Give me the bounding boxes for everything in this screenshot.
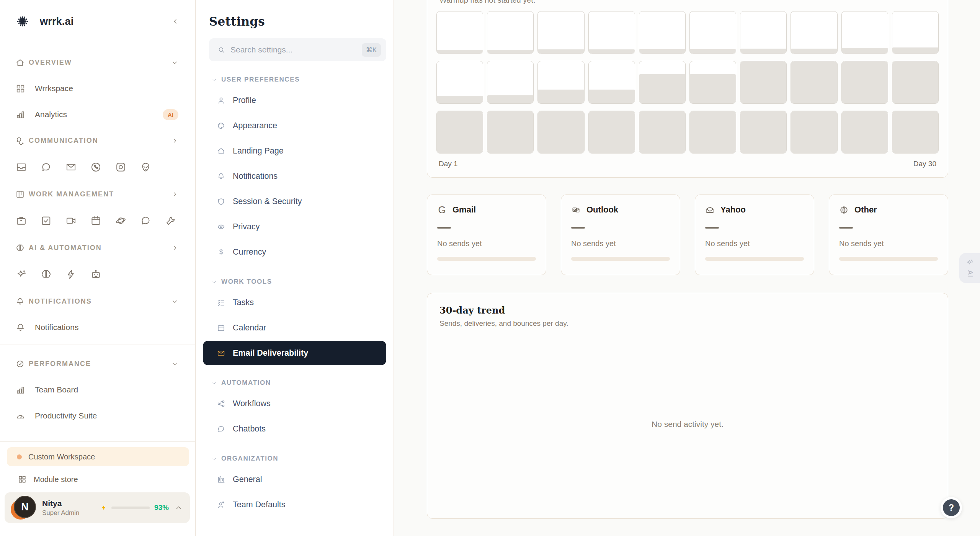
tray-icon[interactable] xyxy=(15,161,27,173)
settings-item-appearance[interactable]: Appearance xyxy=(203,113,386,138)
settings-section-work-tools[interactable]: WORK TOOLS xyxy=(203,274,386,289)
settings-item-team-defaults[interactable]: Team Defaults xyxy=(203,492,386,517)
alien-icon[interactable] xyxy=(140,161,152,173)
help-button[interactable]: ? xyxy=(941,497,962,518)
settings-item-email-deliverability[interactable]: Email Deliverability xyxy=(203,341,386,365)
label: PERFORMANCE xyxy=(29,360,91,368)
sparkles-icon xyxy=(965,258,974,267)
user-card[interactable]: N Nitya Super Admin 93% xyxy=(5,492,190,523)
warmup-day-cell xyxy=(639,111,686,154)
provider-progress-track xyxy=(839,257,938,261)
settings-item-notifications[interactable]: Notifications xyxy=(203,164,386,188)
brain-icon[interactable] xyxy=(40,268,52,280)
provider-status: No sends yet xyxy=(437,239,536,248)
bell-icon xyxy=(15,297,25,306)
module-store-button[interactable]: Module store xyxy=(18,472,190,487)
whatsapp-icon[interactable] xyxy=(90,161,102,173)
warmup-day-fill xyxy=(487,111,533,153)
warmup-day-cell xyxy=(740,11,787,54)
bubble-icon[interactable] xyxy=(140,215,152,227)
provider-card-outlook: OutlookNo sends yet xyxy=(561,194,680,275)
instagram-icon[interactable] xyxy=(115,161,127,173)
chat-double-icon xyxy=(15,136,25,145)
settings-item-tasks[interactable]: Tasks xyxy=(203,290,386,315)
warmup-day-fill xyxy=(487,50,533,54)
ai-tab-label: AI xyxy=(966,270,973,278)
sidebar-item-productivity-suite[interactable]: Productivity Suite xyxy=(0,407,195,425)
bar-chart-icon xyxy=(15,109,26,120)
settings-item-profile[interactable]: Profile xyxy=(203,88,386,113)
warmup-day-fill xyxy=(892,111,938,153)
brain-icon xyxy=(15,243,25,253)
video-icon[interactable] xyxy=(65,215,77,227)
warmup-day-fill xyxy=(791,61,837,103)
provider-dash xyxy=(705,227,719,229)
warmup-day-cell xyxy=(740,111,787,154)
sidebar-section-communication[interactable]: COMMUNICATION xyxy=(0,132,195,149)
settings-section-automation[interactable]: AUTOMATION xyxy=(203,375,386,391)
warmup-day-cell xyxy=(689,11,736,54)
sidebar-collapse-button[interactable] xyxy=(172,18,179,25)
robot-icon[interactable] xyxy=(90,268,102,280)
warmup-day-cell xyxy=(639,11,686,54)
settings-item-landing-page[interactable]: Landing Page xyxy=(203,139,386,163)
envelope-icon[interactable] xyxy=(65,161,77,173)
sidebar-item-analytics[interactable]: AnalyticsAI xyxy=(0,106,195,123)
label: WORK MANAGEMENT xyxy=(29,190,114,198)
target-icon xyxy=(15,359,25,369)
check-square-icon[interactable] xyxy=(40,215,52,227)
wrench-icon[interactable] xyxy=(165,215,176,227)
warmup-day-cell xyxy=(639,61,686,104)
settings-section-organization[interactable]: ORGANIZATION xyxy=(203,451,386,466)
warmup-day-fill xyxy=(892,61,938,103)
module-store-label: Module store xyxy=(34,475,78,484)
sidebar-section-notifications[interactable]: NOTIFICATIONS xyxy=(0,293,195,310)
main-content: Warmup has not started yet. Day 1 Day 30… xyxy=(394,0,980,536)
settings-item-workflows[interactable]: Workflows xyxy=(203,391,386,416)
home-icon xyxy=(217,147,225,155)
gmail-icon: G xyxy=(437,205,447,215)
bolt-icon[interactable] xyxy=(65,268,77,280)
chevron-up-icon[interactable] xyxy=(175,504,182,511)
settings-search-input[interactable] xyxy=(230,45,362,54)
sidebar-section-overview[interactable]: OVERVIEW xyxy=(0,54,195,71)
building-icon xyxy=(217,475,225,484)
chevron-right-icon xyxy=(171,137,178,144)
warmup-card: Warmup has not started yet. Day 1 Day 30 xyxy=(427,0,948,178)
sidebar-item-notifications[interactable]: Notifications xyxy=(0,319,195,336)
sidebar-section-work-management[interactable]: WORK MANAGEMENT xyxy=(0,185,195,203)
planet-icon[interactable] xyxy=(115,215,127,227)
settings-section-user-preferences[interactable]: USER PREFERENCES xyxy=(203,72,386,87)
label: Notifications xyxy=(35,323,78,332)
warmup-day-fill xyxy=(589,111,635,153)
briefcase-icon[interactable] xyxy=(15,215,27,227)
settings-item-currency[interactable]: Currency xyxy=(203,240,386,264)
provider-progress-track xyxy=(571,257,670,261)
sidebar-icon-row xyxy=(0,211,195,230)
section-label: WORK TOOLS xyxy=(221,278,272,286)
calendar-icon[interactable] xyxy=(90,215,102,227)
warmup-day-cell xyxy=(487,11,534,54)
settings-item-chatbots[interactable]: Chatbots xyxy=(203,417,386,441)
workspace-status-dot-icon xyxy=(17,454,22,459)
custom-workspace-button[interactable]: Custom Workspace xyxy=(7,447,189,466)
warmup-day-cell xyxy=(892,11,939,54)
chevron-down-icon xyxy=(211,279,217,285)
sidebar-section-performance[interactable]: PERFORMANCE xyxy=(0,355,195,373)
warmup-day-fill xyxy=(690,49,736,54)
sidebar-section-ai-automation[interactable]: AI & AUTOMATION xyxy=(0,239,195,257)
settings-item-general[interactable]: General xyxy=(203,467,386,492)
sidebar-item-wrrkspace[interactable]: Wrrkspace xyxy=(0,80,195,97)
sidebar-item-team-board[interactable]: Team Board xyxy=(0,381,195,399)
provider-dash xyxy=(839,227,853,229)
globe-icon xyxy=(839,205,849,215)
bubble-icon[interactable] xyxy=(40,161,52,173)
ai-assistant-tab[interactable]: AI xyxy=(959,253,980,283)
warmup-day-cell xyxy=(537,111,584,154)
settings-item-session-security[interactable]: Session & Security xyxy=(203,189,386,214)
sparkles-icon[interactable] xyxy=(15,268,27,280)
sidebar: wrrk.ai OVERVIEWWrrkspaceAnalyticsAICOMM… xyxy=(0,0,196,536)
label: OVERVIEW xyxy=(29,59,72,67)
settings-item-privacy[interactable]: Privacy xyxy=(203,214,386,239)
settings-item-calendar[interactable]: Calendar xyxy=(203,315,386,340)
